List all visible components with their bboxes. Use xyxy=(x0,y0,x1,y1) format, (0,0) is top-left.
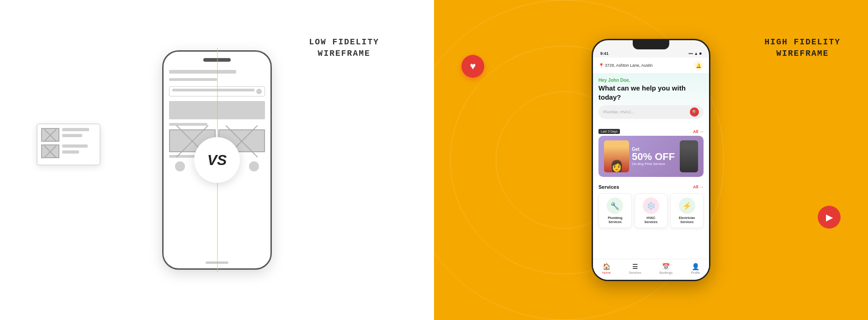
services-nav-icon: ☰ xyxy=(632,263,638,270)
status-time: 9:41 xyxy=(600,51,609,56)
heart-badge: ♥ xyxy=(461,55,484,78)
bookings-nav-icon: 📅 xyxy=(662,263,670,270)
services-all-link[interactable]: All → xyxy=(693,185,704,189)
wf-img1 xyxy=(41,128,59,142)
wf-card-row2 xyxy=(41,144,96,158)
services-nav-label: Services xyxy=(629,271,641,274)
wf-text-line1 xyxy=(62,128,89,131)
promo-percent: 50% OFF xyxy=(632,152,677,162)
nav-home[interactable]: 🏠 Home xyxy=(602,263,611,274)
location-row: 📍 3728, Ashton Lane, Austin xyxy=(598,63,653,68)
promo-content: Get 50% OFF On Any First Service xyxy=(632,147,677,166)
wf-input-icon xyxy=(256,89,262,94)
low-fidelity-line1: LOW FIDELITY xyxy=(309,37,379,47)
wf-nav-circle1 xyxy=(175,161,185,171)
phone-notch xyxy=(633,40,669,49)
electrician-icon-circle: ⚡ xyxy=(679,197,695,214)
profile-nav-icon: 👤 xyxy=(692,263,699,270)
all-link[interactable]: All → xyxy=(693,129,704,134)
wf-topbar xyxy=(169,70,236,74)
hero-title: What can we help you with today? xyxy=(598,84,704,101)
bottom-nav: 🏠 Home ☰ Services 📅 Bookings 👤 Profile xyxy=(593,259,709,280)
status-bar: 9:41 ▪▪▪ ▲ ■ xyxy=(593,48,709,58)
services-grid: 🔧 PlumbingServices ❄️ HVACServices ⚡ Ele… xyxy=(598,193,704,228)
vs-circle: VS xyxy=(194,137,240,183)
plumbing-service-name: PlumbingServices xyxy=(608,216,622,224)
right-panel: HIGH FIDELITY WIREFRAME ♥ ▶ 9:41 ▪▪▪ ▲ ■… xyxy=(434,0,868,320)
promo-sub-label: On Any First Service xyxy=(632,162,677,166)
low-fidelity-line2: WIREFRAME xyxy=(318,49,370,58)
service-item-plumbing[interactable]: 🔧 PlumbingServices xyxy=(598,193,632,228)
promo-person-image: 👩 xyxy=(604,140,629,172)
location-text: 3728, Ashton Lane, Austin xyxy=(605,63,653,68)
home-nav-label: Home xyxy=(602,271,611,274)
app-header: 📍 3728, Ashton Lane, Austin 🔔 xyxy=(593,58,709,73)
wf-text-stack2 xyxy=(62,144,96,158)
promo-banner: 👩 Get 50% OFF On Any First Service xyxy=(598,136,704,177)
nav-bookings[interactable]: 📅 Bookings xyxy=(659,263,672,274)
electrician-service-name: ElectricianServices xyxy=(679,216,695,224)
services-header: Services All → xyxy=(598,184,704,190)
heart-icon: ♥ xyxy=(470,60,476,72)
search-button[interactable]: 🔍 xyxy=(690,107,699,117)
search-placeholder: Plumber, HVAC... xyxy=(603,110,635,114)
high-fidelity-label: HIGH FIDELITY WIREFRAME xyxy=(765,37,841,59)
wf-card-row xyxy=(41,128,96,142)
wf-text-stack xyxy=(62,128,96,142)
status-icons: ▪▪▪ ▲ ■ xyxy=(688,51,702,56)
wf-text-line3 xyxy=(62,144,88,148)
service-item-hvac[interactable]: ❄️ HVACServices xyxy=(635,193,668,228)
services-section: Services All → 🔧 PlumbingServices ❄️ HVA… xyxy=(593,181,709,232)
nav-services[interactable]: ☰ Services xyxy=(629,263,641,274)
high-fidelity-line1: HIGH FIDELITY xyxy=(765,37,841,47)
service-item-electrician[interactable]: ⚡ ElectricianServices xyxy=(670,193,704,228)
high-fidelity-line2: WIREFRAME xyxy=(776,49,829,58)
wf-subtitle xyxy=(169,78,217,81)
search-bar[interactable]: Plumber, HVAC... 🔍 xyxy=(598,105,704,119)
services-title: Services xyxy=(598,184,619,190)
banner-section: Last 3 Days All → 👩 Get 50% OFF On Any F… xyxy=(593,125,709,181)
wireframe-floating-card xyxy=(37,123,101,165)
wf-nav-circle4 xyxy=(249,161,259,171)
low-fidelity-label: LOW FIDELITY WIREFRAME xyxy=(309,37,379,59)
app-hero: Hey John Doe, What can we help you with … xyxy=(593,73,709,125)
notification-icon[interactable]: 🔔 xyxy=(693,60,704,70)
wf-section-title xyxy=(169,123,207,126)
greeting-text: Hey John Doe, xyxy=(598,78,704,83)
plumbing-icon-circle: 🔧 xyxy=(607,197,623,214)
last3days-badge: Last 3 Days xyxy=(598,129,620,134)
promo-person2-image xyxy=(680,140,698,172)
wf-img2 xyxy=(41,144,59,158)
wf-text-line2 xyxy=(62,134,82,137)
vs-text: VS xyxy=(207,152,227,169)
bookings-nav-label: Bookings xyxy=(659,271,672,274)
play-badge: ▶ xyxy=(818,206,841,229)
left-panel: LOW FIDELITY WIREFRAME xyxy=(0,0,434,320)
phone-screen: 📍 3728, Ashton Lane, Austin 🔔 Hey John D… xyxy=(593,58,709,274)
nav-profile[interactable]: 👤 Profile xyxy=(691,263,700,274)
play-icon: ▶ xyxy=(826,212,833,223)
home-nav-icon: 🏠 xyxy=(603,263,610,270)
wf-text-line4 xyxy=(62,150,79,154)
hifi-phone: 9:41 ▪▪▪ ▲ ■ 📍 3728, Ashton Lane, Austin… xyxy=(592,39,710,281)
wf-input-line xyxy=(172,89,254,91)
location-pin-icon: 📍 xyxy=(598,63,604,68)
banner-label-row: Last 3 Days All → xyxy=(598,129,704,134)
profile-nav-label: Profile xyxy=(691,271,700,274)
hvac-icon-circle: ❄️ xyxy=(643,197,659,214)
hvac-service-name: HVACServices xyxy=(645,216,658,224)
